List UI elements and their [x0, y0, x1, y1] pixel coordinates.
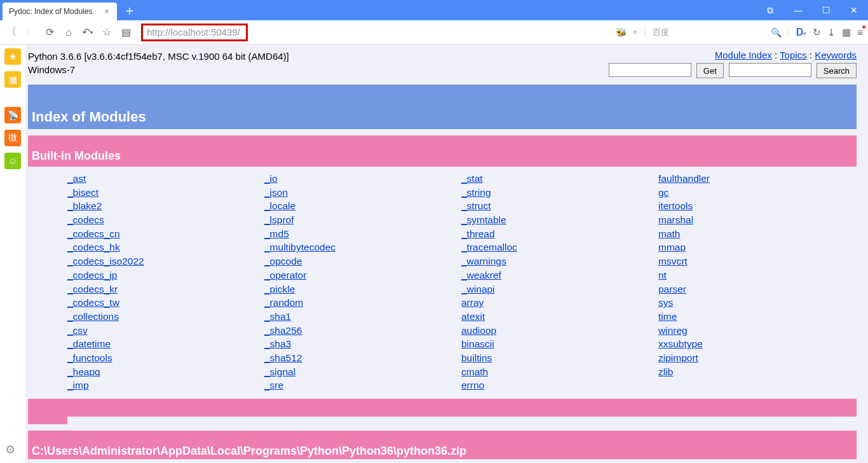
module-link[interactable]: _random	[264, 296, 461, 310]
module-link[interactable]: _weakref	[461, 268, 658, 282]
module-link[interactable]: _bisect	[67, 186, 264, 200]
module-link[interactable]: array	[461, 296, 658, 310]
module-link[interactable]: _io	[264, 172, 461, 186]
module-link[interactable]: _opcode	[264, 254, 461, 268]
get-input[interactable]	[609, 63, 691, 77]
favorite-star-icon[interactable]: ☆	[100, 26, 113, 38]
module-link[interactable]: nt	[658, 268, 855, 282]
undo-button[interactable]: ↶▾	[81, 26, 94, 38]
new-tab-button[interactable]: ＋	[122, 3, 137, 18]
close-window-icon[interactable]: ✕	[840, 0, 868, 20]
module-link[interactable]: _collections	[67, 310, 264, 324]
favorites-icon[interactable]: ★	[4, 48, 21, 65]
forward-button[interactable]: 〉	[24, 25, 37, 39]
module-link[interactable]: _symtable	[461, 213, 658, 227]
python-path-heading: C:\Users\Administrator\AppData\Local\Pro…	[28, 431, 857, 459]
reload-button[interactable]: ⟳	[43, 26, 56, 38]
close-tab-icon[interactable]: ×	[104, 6, 109, 17]
get-button[interactable]	[696, 63, 724, 78]
search-provider-label[interactable]: 百度	[653, 27, 669, 38]
module-link[interactable]: atexit	[461, 310, 658, 324]
weibo-icon[interactable]: 微	[4, 130, 21, 146]
module-link[interactable]: _sre	[264, 378, 461, 392]
module-link[interactable]: xxsubtype	[658, 337, 855, 351]
module-link[interactable]: mmap	[658, 240, 855, 254]
module-link[interactable]: gc	[658, 186, 855, 200]
module-index-link[interactable]: Module Index	[715, 50, 772, 60]
module-link[interactable]: _codecs_iso2022	[67, 254, 264, 268]
module-link[interactable]: _warnings	[461, 254, 658, 268]
module-link[interactable]: _json	[264, 186, 461, 200]
module-link[interactable]: _sha1	[264, 310, 461, 324]
extension-icon[interactable]: 🐝	[616, 27, 627, 38]
d-icon[interactable]: D▾	[788, 27, 807, 38]
module-link[interactable]: builtins	[461, 351, 658, 365]
home-button[interactable]: ⌂	[62, 27, 75, 38]
topics-link[interactable]: Topics	[780, 50, 807, 60]
module-link[interactable]: winreg	[658, 324, 855, 338]
search-input[interactable]	[729, 63, 811, 77]
module-link[interactable]: _codecs_cn	[67, 227, 264, 241]
module-link[interactable]: _csv	[67, 324, 264, 338]
module-link[interactable]: _datetime	[67, 337, 264, 351]
menu-icon[interactable]: ≡	[857, 27, 863, 38]
module-link[interactable]: _codecs_kr	[67, 282, 264, 296]
module-link[interactable]: _sha256	[264, 324, 461, 338]
module-link[interactable]: _functools	[67, 351, 264, 365]
module-link[interactable]: _codecs	[67, 213, 264, 227]
module-link[interactable]: _codecs_tw	[67, 296, 264, 310]
module-link[interactable]: _ast	[67, 172, 264, 186]
search-button[interactable]	[817, 63, 857, 78]
module-link[interactable]: parser	[658, 282, 855, 296]
module-link[interactable]: _codecs_hk	[67, 240, 264, 254]
module-link[interactable]: audioop	[461, 324, 658, 338]
module-link[interactable]: _imp	[67, 378, 264, 392]
module-link[interactable]: binascii	[461, 337, 658, 351]
module-link[interactable]: _multibytecodec	[264, 240, 461, 254]
reader-mode-icon[interactable]: ▤	[119, 26, 132, 38]
module-link[interactable]: math	[658, 227, 855, 241]
module-link[interactable]: marshal	[658, 213, 855, 227]
module-link[interactable]: msvcrt	[658, 254, 855, 268]
back-button[interactable]: 〈	[5, 25, 18, 39]
module-link[interactable]: _pickle	[264, 282, 461, 296]
module-link[interactable]: time	[658, 310, 855, 324]
module-link[interactable]: _locale	[264, 199, 461, 213]
module-link[interactable]: zipimport	[658, 351, 855, 365]
module-link[interactable]: _md5	[264, 227, 461, 241]
module-link[interactable]: _string	[461, 186, 658, 200]
module-link[interactable]: errno	[461, 378, 658, 392]
chat-icon[interactable]: ☺	[4, 153, 21, 169]
module-link[interactable]: _lsprof	[264, 213, 461, 227]
rss-icon[interactable]: 📡	[4, 107, 21, 123]
search-icon[interactable]: 🔍	[771, 27, 782, 38]
module-link[interactable]: _operator	[264, 268, 461, 282]
url-input[interactable]	[147, 27, 242, 38]
module-link[interactable]: sys	[658, 296, 855, 310]
maximize-icon[interactable]: ☐	[812, 0, 840, 20]
module-link[interactable]: _sha3	[264, 337, 461, 351]
minimize-icon[interactable]: —	[784, 0, 812, 20]
apps-grid-icon[interactable]: ▦	[842, 27, 851, 38]
panel-icon[interactable]: ⧉	[756, 0, 784, 20]
module-link[interactable]: _tracemalloc	[461, 240, 658, 254]
module-link[interactable]: _signal	[264, 365, 461, 379]
module-link[interactable]: _stat	[461, 172, 658, 186]
browser-tab[interactable]: Pydoc: Index of Modules ×	[3, 3, 117, 20]
module-link[interactable]: _codecs_jp	[67, 268, 264, 282]
module-link[interactable]: _struct	[461, 199, 658, 213]
module-link[interactable]: _thread	[461, 227, 658, 241]
module-link[interactable]: itertools	[658, 199, 855, 213]
module-link[interactable]: cmath	[461, 365, 658, 379]
module-link[interactable]: faulthandler	[658, 172, 855, 186]
keywords-link[interactable]: Keywords	[815, 50, 857, 60]
module-link[interactable]: _heapq	[67, 365, 264, 379]
module-link[interactable]: _blake2	[67, 199, 264, 213]
module-link[interactable]: _sha512	[264, 351, 461, 365]
module-link[interactable]: _winapi	[461, 282, 658, 296]
sync-icon[interactable]: ↻	[813, 27, 821, 38]
download-icon[interactable]: ⤓	[827, 27, 836, 38]
settings-gear-icon[interactable]: ⚙	[5, 443, 15, 457]
module-link[interactable]: zlib	[658, 365, 855, 379]
notes-icon[interactable]: ▦	[4, 71, 21, 88]
